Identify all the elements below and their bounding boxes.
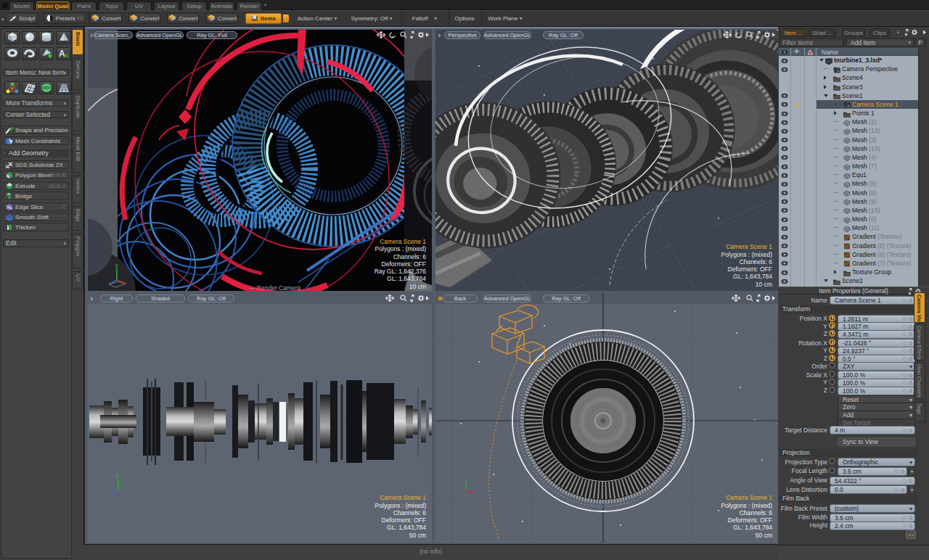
svg-text:--- Render Camera: --- Render Camera — [249, 284, 301, 291]
svg-text:y: y — [116, 473, 119, 479]
svg-text:y: y — [115, 263, 118, 268]
svg-text:&: & — [65, 52, 69, 58]
